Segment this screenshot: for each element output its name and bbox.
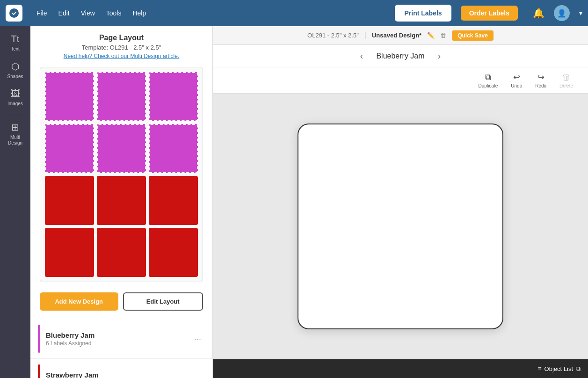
label-cell-3-1[interactable] xyxy=(97,228,146,277)
design-list: Blueberry Jam 6 Labels Assigned ··· Stra… xyxy=(30,315,212,378)
label-cell-1-2[interactable] xyxy=(149,124,198,173)
panel-sidebar: Page Layout Template: OL291 - 2.5" x 2.5… xyxy=(30,26,213,378)
sidebar-item-text[interactable]: Tt Text xyxy=(2,30,29,55)
label-cell-2-2[interactable] xyxy=(149,176,198,225)
menu-edit[interactable]: Edit xyxy=(58,7,71,19)
design-name-strawberry: Strawberry Jam xyxy=(46,371,190,378)
svg-point-0 xyxy=(9,8,19,18)
panel-template: Template: OL291 - 2.5" x 2.5" xyxy=(40,44,203,51)
design-menu-blueberry[interactable]: ··· xyxy=(190,332,205,346)
label-grid xyxy=(40,67,203,282)
images-icon: 🖼 xyxy=(11,88,20,99)
canvas-nav: ‹ Blueberry Jam › xyxy=(213,45,588,67)
edit-toolbar: ⧉ Duplicate ↩ Undo ↪ Redo 🗑 Delete xyxy=(213,67,588,94)
redo-tool[interactable]: ↪ Redo xyxy=(530,69,552,91)
redo-icon: ↪ xyxy=(537,72,544,82)
panel-buttons: Add New Design Edit Layout xyxy=(30,288,212,315)
delete-tool: 🗑 Delete xyxy=(554,70,579,91)
label-preview xyxy=(298,124,503,329)
sidebar-item-images[interactable]: 🖼 Images xyxy=(2,85,29,110)
label-cell-3-2[interactable] xyxy=(149,228,198,277)
delete-label: Delete xyxy=(559,83,573,88)
sidebar-item-shapes[interactable]: ⬡ Shapes xyxy=(2,57,29,83)
sidebar-item-shapes-label: Shapes xyxy=(7,74,23,79)
sidebar-item-text-label: Text xyxy=(11,46,19,51)
sidebar-item-images-label: Images xyxy=(7,101,23,106)
menu-help[interactable]: Help xyxy=(131,7,147,19)
panel-help-link[interactable]: Need help? Check out our Multi Design ar… xyxy=(40,53,203,59)
menu-file[interactable]: File xyxy=(36,7,48,19)
sidebar-item-multi-design[interactable]: ⊞ MultiDesign xyxy=(2,118,29,150)
canvas-nav-next-icon[interactable]: › xyxy=(434,49,445,63)
object-list-icon: ≡ xyxy=(537,365,541,372)
object-list-layers-icon: ⧉ xyxy=(576,365,581,373)
sidebar-item-multi-design-label: MultiDesign xyxy=(8,135,22,146)
design-accent-blueberry xyxy=(38,325,40,353)
design-info-blueberry: Blueberry Jam 6 Labels Assigned xyxy=(46,331,190,347)
object-list-button[interactable]: ≡ Object List ⧉ xyxy=(537,365,581,373)
multi-design-icon: ⊞ xyxy=(11,122,19,133)
design-info-strawberry: Strawberry Jam 6 Labels Assigned xyxy=(46,371,190,378)
design-item-strawberry[interactable]: Strawberry Jam 6 Labels Assigned ··· xyxy=(30,359,212,378)
main-layout: Tt Text ⬡ Shapes 🖼 Images ⊞ MultiDesign … xyxy=(0,26,588,378)
canvas-content[interactable] xyxy=(213,94,588,359)
canvas-delete-icon[interactable]: 🗑 xyxy=(440,32,446,39)
canvas-area: OL291 - 2.5" x 2.5" | Unsaved Design* ✏️… xyxy=(213,26,588,378)
canvas-toolbar: OL291 - 2.5" x 2.5" | Unsaved Design* ✏️… xyxy=(213,26,588,45)
duplicate-label: Duplicate xyxy=(479,83,498,88)
object-list-bar: ≡ Object List ⧉ xyxy=(213,359,588,378)
edit-layout-button[interactable]: Edit Layout xyxy=(123,292,203,311)
topbar: File Edit View Tools Help Print Labels O… xyxy=(0,0,588,26)
shapes-icon: ⬡ xyxy=(11,61,19,72)
notification-bell-icon[interactable]: 🔔 xyxy=(533,7,544,19)
canvas-design-name: Unsaved Design* xyxy=(372,32,421,39)
duplicate-icon: ⧉ xyxy=(485,73,491,82)
order-labels-button[interactable]: Order Labels xyxy=(461,6,518,21)
label-cell-1-0[interactable] xyxy=(45,124,94,173)
canvas-nav-prev-icon[interactable]: ‹ xyxy=(356,49,367,63)
app-logo[interactable] xyxy=(6,5,22,22)
canvas-separator: | xyxy=(364,31,366,40)
canvas-nav-title: Blueberry Jam xyxy=(376,52,424,60)
redo-label: Redo xyxy=(535,83,546,88)
menu-bar: File Edit View Tools Help xyxy=(36,7,147,19)
account-chevron-icon[interactable]: ▾ xyxy=(579,9,582,17)
panel-header: Page Layout Template: OL291 - 2.5" x 2.5… xyxy=(30,26,212,61)
undo-icon: ↩ xyxy=(513,72,520,82)
label-cell-0-1[interactable] xyxy=(97,72,146,121)
label-cell-0-2[interactable] xyxy=(149,72,198,121)
undo-tool[interactable]: ↩ Undo xyxy=(505,69,528,91)
quick-save-button[interactable]: Quick Save xyxy=(452,30,494,41)
label-cell-1-1[interactable] xyxy=(97,124,146,173)
label-cell-2-1[interactable] xyxy=(97,176,146,225)
design-sub-blueberry: 6 Labels Assigned xyxy=(46,340,190,347)
text-icon: Tt xyxy=(11,34,20,44)
label-cell-3-0[interactable] xyxy=(45,228,94,277)
object-list-label: Object List xyxy=(544,365,573,372)
canvas-edit-pencil-icon[interactable]: ✏️ xyxy=(427,32,435,39)
add-new-design-button[interactable]: Add New Design xyxy=(40,292,118,311)
menu-view[interactable]: View xyxy=(80,7,96,19)
icon-sidebar: Tt Text ⬡ Shapes 🖼 Images ⊞ MultiDesign xyxy=(0,26,30,378)
canvas-title-bar: OL291 - 2.5" x 2.5" | Unsaved Design* ✏️… xyxy=(307,30,494,41)
undo-label: Undo xyxy=(511,83,522,88)
duplicate-tool[interactable]: ⧉ Duplicate xyxy=(473,70,504,91)
avatar-icon: 👤 xyxy=(557,9,566,18)
delete-icon: 🗑 xyxy=(562,73,571,82)
design-accent-strawberry xyxy=(38,364,40,378)
panel-title: Page Layout xyxy=(40,34,203,42)
canvas-template-info: OL291 - 2.5" x 2.5" xyxy=(307,32,359,39)
user-avatar[interactable]: 👤 xyxy=(554,5,570,21)
menu-tools[interactable]: Tools xyxy=(105,7,123,19)
label-cell-0-0[interactable] xyxy=(45,72,94,121)
sidebar-divider xyxy=(6,114,25,114)
label-grid-container xyxy=(30,61,212,288)
print-labels-button[interactable]: Print Labels xyxy=(395,5,451,22)
design-item-blueberry[interactable]: Blueberry Jam 6 Labels Assigned ··· xyxy=(30,319,212,359)
design-name-blueberry: Blueberry Jam xyxy=(46,331,190,339)
label-cell-2-0[interactable] xyxy=(45,176,94,225)
design-menu-strawberry[interactable]: ··· xyxy=(190,372,205,378)
